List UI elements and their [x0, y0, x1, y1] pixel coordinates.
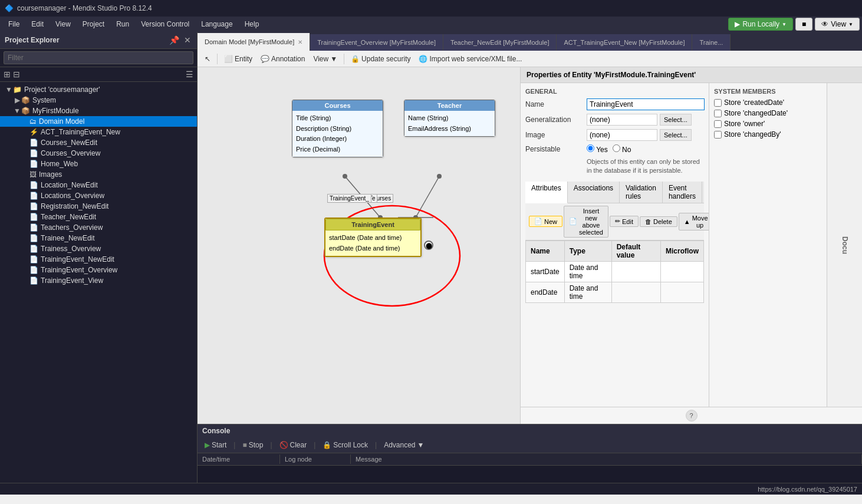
tree-item-te-view[interactable]: 📄 TrainingEvent_View	[0, 275, 197, 286]
canvas-area[interactable]: Courses Title (String) Description (Stri…	[198, 67, 520, 424]
tab-indexes[interactable]: Indexes	[702, 182, 709, 203]
run-locally-button[interactable]: ▶ Run Locally ▼	[728, 18, 793, 31]
update-security-button[interactable]: 🔒 Update security	[347, 54, 414, 64]
attributes-table: Name Type Default value Microflow startD…	[525, 241, 704, 303]
teacher-attrs: Name (String) EmailAddress (String)	[404, 111, 495, 136]
tree-item-te-ne[interactable]: 📄 TrainingEvent_NewEdit	[0, 254, 197, 265]
tree-toggle-project[interactable]: ▼	[5, 85, 13, 94]
explorer-close-button[interactable]: ✕	[183, 35, 192, 45]
tree-item-teachers-ov[interactable]: 📄 Teachers_Overview	[0, 222, 197, 233]
collapse-all-button[interactable]: ⊟	[13, 70, 20, 79]
view-dt-button[interactable]: View ▼	[310, 54, 341, 64]
console-scroll-lock-button[interactable]: 🔒 Scroll Lock	[320, 440, 370, 450]
move-up-button[interactable]: ▲ Move up	[679, 213, 709, 230]
attr-row-enddate[interactable]: endDate Date and time	[526, 282, 704, 302]
tree-item-system[interactable]: ▶ 📦 System	[0, 95, 197, 106]
import-button[interactable]: 🌐 Import web service/XML file...	[415, 54, 525, 64]
delete-attr-button[interactable]: 🗑 Delete	[640, 216, 677, 227]
help-button[interactable]: ?	[686, 410, 698, 421]
tree-item-te-ov[interactable]: 📄 TrainingEvent_Overview	[0, 265, 197, 275]
attr-name-enddate: endDate	[526, 282, 565, 302]
console-start-button[interactable]: ▶ Start	[202, 440, 229, 450]
stop-run-button[interactable]: ■	[795, 18, 812, 31]
tree-item-locations-ov[interactable]: 📄 Locations_Overview	[0, 190, 197, 201]
menu-help[interactable]: Help	[239, 19, 265, 29]
tab-training-overview[interactable]: TrainingEvent_Overview [MyFirstModule]	[310, 34, 443, 51]
owner-check[interactable]	[714, 120, 722, 128]
view-button[interactable]: 👁 View ▼	[815, 18, 860, 31]
tree-toggle-system[interactable]: ▶	[13, 96, 21, 104]
tab-associations[interactable]: Associations	[568, 182, 620, 203]
page7-icon: 📄	[29, 213, 38, 221]
tree-item-reg-ne[interactable]: 📄 Registration_NewEdit	[0, 201, 197, 212]
name-input[interactable]	[587, 98, 705, 110]
menu-project[interactable]: Project	[77, 19, 110, 29]
tree-item-domain-model[interactable]: 🗂 Domain Model	[0, 116, 197, 127]
tab-validation[interactable]: Validation rules	[620, 182, 663, 203]
tree-item-courses-newedit[interactable]: 📄 Courses_NewEdit	[0, 137, 197, 148]
training-event-attrs: startDate (Date and time) endDate (Date …	[325, 230, 420, 256]
explorer-pin-button[interactable]: 📌	[168, 35, 180, 45]
insert-above-button[interactable]: 📄 Insert new above selected	[564, 206, 608, 238]
explorer-search	[0, 49, 197, 67]
console-clear-button[interactable]: 🚫 Clear	[277, 440, 310, 450]
console-stop-button[interactable]: ■ Stop	[240, 440, 265, 450]
expand-all-button[interactable]: ⊞	[4, 70, 11, 79]
console-advanced-button[interactable]: Advanced ▼	[381, 440, 426, 450]
tab-event-handlers[interactable]: Event handlers	[663, 182, 702, 203]
menu-view[interactable]: View	[50, 19, 77, 29]
persistable-yes-radio[interactable]	[587, 144, 594, 152]
tree-item-home-web[interactable]: 📄 Home_Web	[0, 159, 197, 169]
training-event-entity[interactable]: TrainingEvent startDate (Date and time) …	[324, 218, 422, 257]
connector-handle[interactable]: ⬤	[424, 241, 433, 250]
microflow-icon: ⚡	[29, 128, 38, 136]
changed-date-check[interactable]	[714, 110, 722, 117]
changed-by-label: Store 'changedBy'	[724, 130, 781, 139]
tree-item-teacher-ne[interactable]: 📄 Teacher_NewEdit	[0, 212, 197, 222]
view-dropdown-arrow[interactable]: ▼	[848, 22, 853, 27]
owner-label: Store 'owner'	[724, 120, 765, 128]
new-attr-button[interactable]: 📄 New	[529, 216, 562, 227]
explorer-list-view-button[interactable]: ☰	[186, 70, 193, 79]
menu-run[interactable]: Run	[110, 19, 135, 29]
explorer-filter-input[interactable]	[4, 51, 193, 64]
annotation-button[interactable]: 💬 Annotation	[257, 54, 308, 64]
tab-attributes[interactable]: Attributes	[525, 182, 568, 203]
status-bar: https://blog.csdn.net/qq_39245017	[0, 483, 862, 495]
menu-edit[interactable]: Edit	[25, 19, 50, 29]
tab-domain-model[interactable]: Domain Model [MyFirstModule] ✕	[198, 33, 310, 51]
tree-item-trainess-ov[interactable]: 📄 Trainess_Overview	[0, 243, 197, 254]
page12-icon: 📄	[29, 266, 38, 274]
created-date-check[interactable]	[714, 99, 722, 107]
tree-item-images[interactable]: 🖼 Images	[0, 169, 197, 180]
persistable-yes-label[interactable]: Yes	[587, 144, 608, 154]
run-locally-dropdown-arrow[interactable]: ▼	[782, 22, 787, 27]
changed-by-check[interactable]	[714, 131, 722, 139]
teacher-entity[interactable]: Teacher Name (String) EmailAddress (Stri…	[404, 100, 495, 137]
tree-item-project[interactable]: ▼ 📁 Project 'coursemanager'	[0, 84, 197, 95]
entity-button[interactable]: ⬜ Entity	[221, 54, 256, 64]
domain-toolbar: ↖ ⬜ Entity 💬 Annotation View ▼ 🔒 Update …	[198, 51, 862, 67]
tab-trainee[interactable]: Traine...	[692, 34, 731, 51]
generalization-row: Generalization Select...	[525, 114, 704, 126]
tree-item-location-ne[interactable]: 📄 Location_NewEdit	[0, 180, 197, 190]
tab-teacher-ne[interactable]: Teacher_NewEdit [MyFirstModule]	[443, 34, 557, 51]
persistable-no-radio[interactable]	[613, 144, 620, 152]
tree-item-trainee-ne[interactable]: 📄 Trainee_NewEdit	[0, 233, 197, 243]
gen-select-button[interactable]: Select...	[660, 114, 692, 126]
courses-entity[interactable]: Courses Title (String) Description (Stri…	[292, 100, 383, 157]
tree-item-myfirstmodule[interactable]: ▼ 📦 MyFirstModule	[0, 106, 197, 116]
tab-domain-close[interactable]: ✕	[298, 39, 302, 45]
pointer-tool-button[interactable]: ↖	[201, 54, 214, 64]
persistable-no-label[interactable]: No	[613, 144, 631, 154]
image-select-button[interactable]: Select...	[660, 129, 692, 141]
tree-item-courses-overview[interactable]: 📄 Courses_Overview	[0, 148, 197, 159]
menu-file[interactable]: File	[2, 19, 25, 29]
menu-language[interactable]: Language	[195, 19, 238, 29]
edit-attr-button[interactable]: ✏ Edit	[610, 216, 639, 227]
attr-row-startdate[interactable]: startDate Date and time	[526, 261, 704, 282]
tree-toggle-myfirstmodule[interactable]: ▼	[13, 107, 21, 115]
tree-item-act-training[interactable]: ⚡ ACT_TrainingEvent_New	[0, 127, 197, 137]
menu-version-control[interactable]: Version Control	[135, 19, 195, 29]
tab-act-training[interactable]: ACT_TrainingEvent_New [MyFirstModule]	[557, 34, 692, 51]
